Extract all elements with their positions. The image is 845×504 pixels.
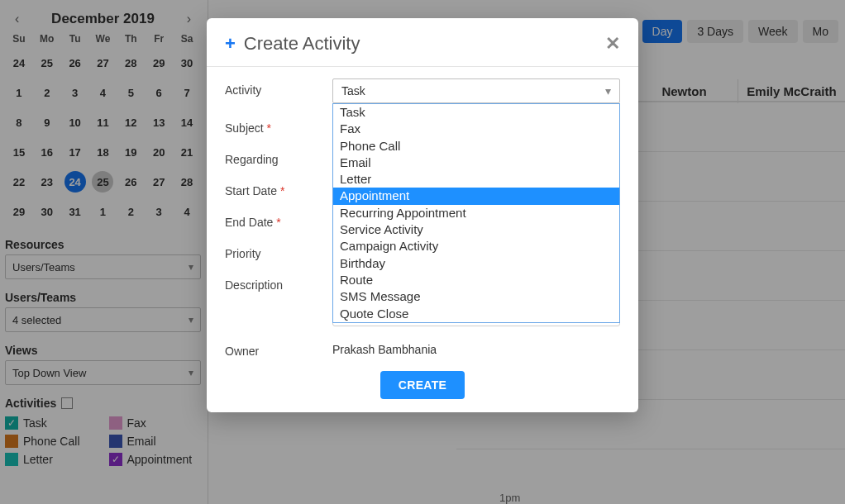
subject-label: Subject * xyxy=(225,116,332,135)
modal-overlay: + Create Activity ✕ Activity Task ▾ Task… xyxy=(0,0,845,504)
plus-icon: + xyxy=(225,33,236,55)
activity-option[interactable]: Recurring Appointment xyxy=(333,205,619,221)
activity-option[interactable]: Quote Close xyxy=(333,306,619,322)
activity-label: Activity xyxy=(225,78,332,97)
activity-option[interactable]: Fax xyxy=(333,121,619,137)
activity-option[interactable]: Birthday xyxy=(333,255,619,272)
activity-option[interactable]: Campaign Activity xyxy=(333,238,619,254)
activity-option[interactable]: Route xyxy=(333,272,619,288)
chevron-down-icon: ▾ xyxy=(605,84,611,97)
activity-option[interactable]: Service Activity xyxy=(333,221,619,238)
start-date-label: Start Date * xyxy=(225,179,332,197)
activity-select[interactable]: Task ▾ xyxy=(332,78,620,103)
priority-label: Priority xyxy=(225,242,332,260)
owner-value: Prakash Bambhania xyxy=(332,340,620,356)
activity-option[interactable]: Letter xyxy=(333,171,619,188)
activity-option[interactable]: Email xyxy=(333,155,619,171)
owner-label: Owner xyxy=(225,340,332,358)
create-activity-modal: + Create Activity ✕ Activity Task ▾ Task… xyxy=(207,18,638,412)
activity-option[interactable]: Phone Call xyxy=(333,138,619,155)
regarding-label: Regarding xyxy=(225,148,332,166)
end-date-label: End Date * xyxy=(225,211,332,229)
close-icon[interactable]: ✕ xyxy=(605,33,620,55)
activity-option[interactable]: Task xyxy=(333,104,619,121)
modal-title: Create Activity xyxy=(244,33,360,55)
activity-option[interactable]: SMS Message xyxy=(333,288,619,305)
activity-options[interactable]: TaskFaxPhone CallEmailLetterAppointmentR… xyxy=(332,103,620,323)
create-button[interactable]: CREATE xyxy=(380,371,465,399)
description-label: Description xyxy=(225,273,332,292)
activity-option[interactable]: Appointment xyxy=(333,188,619,204)
activity-value: Task xyxy=(341,84,365,97)
